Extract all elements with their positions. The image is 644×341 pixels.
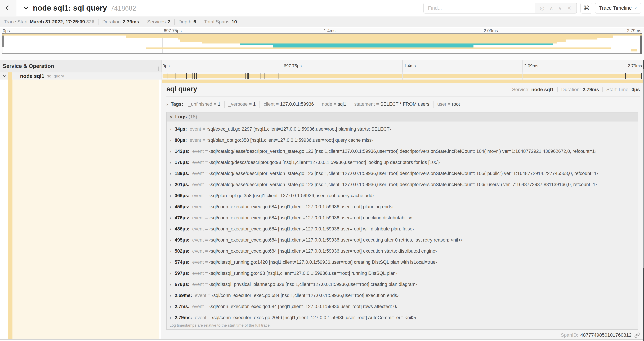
log-field-key: event xyxy=(192,282,204,287)
log-marker-tick[interactable] xyxy=(168,73,168,79)
equals-sign: = xyxy=(205,160,208,165)
log-marker-tick[interactable] xyxy=(264,73,265,79)
log-entry-row[interactable]: › 176μs: event = ‹sql/catalog/descs/desc… xyxy=(167,157,638,168)
span-detail-bar xyxy=(162,80,642,83)
log-field-key: event xyxy=(192,160,204,165)
find-input[interactable] xyxy=(424,3,535,13)
span-row-name-column[interactable]: node sql1 sql query xyxy=(0,72,162,80)
span-id-label: SpanID: xyxy=(561,332,578,338)
equals-sign: = xyxy=(202,138,205,143)
equals-sign: = xyxy=(205,226,208,232)
locate-icon[interactable]: ◎ xyxy=(540,5,544,11)
equals-sign: = xyxy=(205,171,208,176)
column-resizer-grip[interactable] xyxy=(157,67,158,71)
trace-page-header: node sql1: sql query 7418682 ◎ ∧ ∨ ✕ ⌘ T… xyxy=(0,0,644,16)
log-marker-tick[interactable] xyxy=(196,73,197,79)
log-entry-row[interactable]: › 2.7ms: event = ‹sql/conn_executor_exec… xyxy=(167,301,638,312)
log-entry-row[interactable]: › 34μs: event = ‹sql/exec_util.go:2297 [… xyxy=(167,124,638,135)
log-entry-row[interactable]: › 486μs: event = ‹sql/conn_executor_exec… xyxy=(167,223,638,234)
log-entry-row[interactable]: › 201μs: event = ‹sql/catalog/lease/desc… xyxy=(167,179,638,190)
minimap-right-scrubber[interactable] xyxy=(640,34,642,54)
chevron-right-icon: › xyxy=(170,171,175,176)
trace-view-selector[interactable]: Trace Timeline ∨ xyxy=(595,3,641,14)
back-button[interactable] xyxy=(0,0,16,16)
log-marker-tick[interactable] xyxy=(225,73,225,79)
deep-link-icon[interactable] xyxy=(634,332,640,338)
log-entry-row[interactable]: › 80μs: event = ‹sql/plan_opt.go:358 [ns… xyxy=(167,135,638,146)
log-entry-row[interactable]: › 2.69ms: event = ‹sql/conn_executor_exe… xyxy=(167,290,638,301)
log-event-value: ‹sql/conn_executor_exec.go:684 [nsql1,cl… xyxy=(209,215,412,221)
ruler-gridline xyxy=(522,72,523,80)
span-row[interactable]: node sql1 sql query xyxy=(0,72,644,80)
command-icon: ⌘ xyxy=(583,5,590,12)
collapse-span-chevron[interactable] xyxy=(2,74,7,78)
log-entry-row[interactable]: › 459μs: event = ‹sql/conn_executor_exec… xyxy=(167,201,638,212)
span-detail-panel: sql query Service: node sql1 Duration: 2… xyxy=(162,80,642,339)
service-value: node sql1 xyxy=(531,87,554,92)
log-event-value: ‹sql/catalog/lease/descriptor_version_st… xyxy=(209,149,596,154)
log-marker-tick[interactable] xyxy=(176,73,176,79)
log-timestamp: 2.79ms: xyxy=(175,315,192,320)
log-entry-row[interactable]: › 502μs: event = ‹sql/conn_executor_exec… xyxy=(167,245,638,257)
trace-title: node sql1: sql query xyxy=(33,0,107,16)
log-marker-tick[interactable] xyxy=(248,73,249,79)
log-entry-row[interactable]: › 189μs: event = ‹sql/catalog/lease/desc… xyxy=(167,168,638,179)
log-marker-tick[interactable] xyxy=(246,73,246,79)
chevron-right-icon: › xyxy=(170,126,175,132)
find-prev-icon[interactable]: ∧ xyxy=(549,5,553,11)
span-id-value: 4877749850101760812 xyxy=(580,332,632,338)
trace-start-label: Trace Start xyxy=(4,19,28,25)
equals-sign: = xyxy=(205,271,208,276)
log-entry-row[interactable]: › 142μs: event = ‹sql/catalog/lease/desc… xyxy=(167,146,638,157)
log-event-value: ‹sql/conn_executor_exec.go:684 [nsql1,cl… xyxy=(209,304,398,309)
log-marker-tick[interactable] xyxy=(278,73,279,79)
service-operation-header: Service & Operation xyxy=(0,60,162,73)
log-marker-tick[interactable] xyxy=(244,73,244,79)
collapse-trace-chevron[interactable] xyxy=(22,0,30,16)
ruler-gridline xyxy=(282,72,282,80)
scrollbar-thumb[interactable] xyxy=(642,69,644,268)
span-row-timeline[interactable] xyxy=(162,72,642,80)
span-id-footer: SpanID: 4877749850101760812 xyxy=(561,331,640,339)
log-marker-tick[interactable] xyxy=(186,73,186,79)
keyboard-shortcuts-button[interactable]: ⌘ xyxy=(580,3,592,14)
minimap-canvas[interactable] xyxy=(2,33,642,54)
log-entry-row[interactable]: › 597μs: event = ‹sql/distsql_running.go… xyxy=(167,268,638,279)
find-next-icon[interactable]: ∨ xyxy=(558,5,562,11)
log-entry-row[interactable]: › 2.79ms: event = ‹sql/conn_executor_exe… xyxy=(167,312,638,323)
equals-sign: = xyxy=(208,293,210,298)
logs-count: (18) xyxy=(188,114,197,120)
tag-chip: user=root xyxy=(434,101,464,108)
log-entry-row[interactable]: › 476μs: event = ‹sql/conn_executor_exec… xyxy=(167,212,638,223)
services-value: 2 xyxy=(168,19,170,25)
log-entry-row[interactable]: › 574μs: event = ‹sql/distsql_running.go… xyxy=(167,257,638,268)
tags-label[interactable]: Tags: xyxy=(171,101,183,107)
logs-header[interactable]: ∨ Logs (18) xyxy=(167,112,638,121)
log-field-key: event xyxy=(192,271,204,276)
log-marker-tick[interactable] xyxy=(247,73,248,79)
duration-value: 2.79ms xyxy=(582,87,599,92)
log-field-key: event xyxy=(195,315,206,320)
chevron-down-icon: ∨ xyxy=(634,6,637,11)
log-marker-tick[interactable] xyxy=(625,73,626,79)
log-entry-row[interactable]: › 678μs: event = ‹sql/distsql_physical_p… xyxy=(167,279,638,290)
duration-label: Duration xyxy=(102,19,121,25)
span-tint-column xyxy=(12,80,159,339)
log-entry-row[interactable]: › 366μs: event = ‹sql/plan_opt.go:358 [n… xyxy=(167,190,638,201)
minimap-span-bar xyxy=(146,48,611,49)
log-marker-tick[interactable] xyxy=(192,73,192,79)
ruler-tick-label: 1.4ms xyxy=(404,63,416,69)
vertical-scrollbar xyxy=(642,60,644,341)
duration-value: 2.79ms xyxy=(123,19,139,25)
log-marker-tick[interactable] xyxy=(241,73,241,79)
log-marker-tick[interactable] xyxy=(260,73,261,79)
log-entry-row[interactable]: › 495μs: event = ‹sql/conn_executor_exec… xyxy=(167,234,638,245)
clear-find-icon[interactable]: ✕ xyxy=(567,5,572,11)
log-timestamp: 80μs: xyxy=(175,138,187,143)
chevron-right-icon[interactable]: › xyxy=(166,101,168,107)
log-marker-tick[interactable] xyxy=(642,73,642,79)
page-title: node sql1: sql query 7418682 xyxy=(33,0,136,16)
log-marker-tick[interactable] xyxy=(194,73,195,79)
log-marker-tick[interactable] xyxy=(627,73,628,79)
log-timestamp: 597μs: xyxy=(175,271,190,276)
